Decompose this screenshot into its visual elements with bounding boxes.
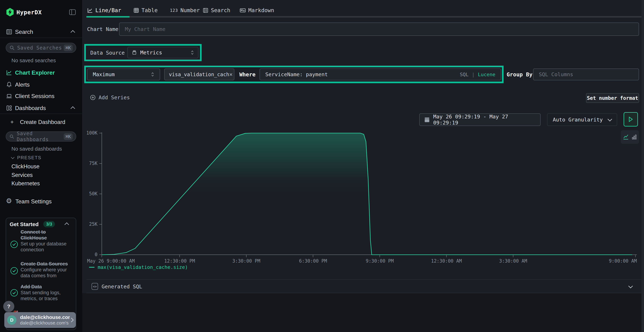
saved-dashboards-placeholder: Saved Dashboards: [17, 130, 64, 142]
create-dashboard-button[interactable]: + Create Dashboard: [10, 119, 65, 126]
select-arrows-icon: [190, 50, 194, 55]
tab-table[interactable]: Table: [133, 7, 158, 14]
sql-mode-toggle[interactable]: SQL: [460, 72, 468, 77]
user-subtitle: dale@clickhouse.com's: [20, 320, 70, 326]
tab-search[interactable]: Search: [203, 7, 230, 14]
get-started-collapse-icon[interactable]: [64, 222, 69, 227]
search-section-collapse-icon[interactable]: [70, 30, 75, 34]
chart-name-placeholder: My Chart Name: [125, 26, 166, 32]
table-icon: [133, 8, 139, 13]
legend-swatch: [89, 267, 94, 268]
help-button[interactable]: ?: [3, 301, 14, 312]
laptop-icon: [6, 93, 12, 100]
chart-name-input[interactable]: My Chart Name: [119, 22, 639, 36]
search-icon: [9, 45, 15, 50]
bell-icon: [6, 81, 12, 88]
main-content: Line/Bar Table 123 Number Search Markdow…: [82, 0, 644, 332]
divider: [86, 279, 644, 280]
line-chart-icon: [6, 70, 12, 76]
sidebar-collapse-icon[interactable]: [69, 9, 76, 16]
presets-toggle[interactable]: PRESETS: [12, 155, 41, 160]
data-source-label: Data Source: [90, 50, 125, 56]
select-arrows-icon: [151, 72, 154, 77]
sidebar-item-clickhouse[interactable]: ClickHouse: [12, 163, 40, 170]
date-range-input[interactable]: May 26 09:29:19 - May 27 09:29:19: [419, 114, 540, 126]
number-123-icon: 123: [170, 8, 178, 13]
series-area-fill: [102, 133, 632, 255]
calendar-icon: [424, 117, 430, 122]
granularity-select[interactable]: Auto Granularity: [547, 114, 617, 126]
get-started-item-subtitle: Configure where your data comes from: [20, 267, 72, 279]
group-by-placeholder: SQL Columns: [539, 71, 573, 78]
saved-dashboards-input[interactable]: Saved Dashboards ⌘K: [6, 132, 76, 142]
plus-circle-icon: [90, 95, 96, 100]
aggregation-select[interactable]: Maximum: [87, 68, 160, 80]
no-saved-searches-text: No saved searches: [12, 58, 56, 64]
set-number-format-button[interactable]: Set number format: [586, 93, 639, 103]
get-started-progress-badge: 3/3: [43, 221, 55, 227]
chart-legend[interactable]: max(visa_validation_cache.size): [89, 264, 188, 270]
get-started-item-subtitle: Set up your database connection: [20, 241, 72, 253]
group-by-input[interactable]: SQL Columns: [533, 68, 639, 80]
chevron-right-icon: [69, 318, 74, 322]
user-menu[interactable]: D dale@clickhouse.com dale@clickhouse.co…: [4, 312, 76, 328]
lucene-mode-toggle[interactable]: Lucene: [478, 72, 495, 77]
data-source-select[interactable]: Metrics: [127, 47, 198, 58]
no-saved-dashboards-text: No saved dashboards: [12, 146, 62, 152]
chevron-down-icon: [608, 117, 612, 121]
sidebar-item-team-settings[interactable]: Team Settings: [16, 198, 52, 205]
code-icon: <>: [92, 283, 98, 290]
sidebar-item-kubernetes[interactable]: Kubernetes: [12, 180, 40, 187]
divider: [86, 293, 644, 293]
sidebar-item-services[interactable]: Services: [12, 172, 33, 178]
sidebar-item-search[interactable]: Search: [15, 28, 33, 35]
sidebar-item-alerts[interactable]: Alerts: [15, 82, 30, 88]
tab-markdown[interactable]: Markdown: [240, 7, 274, 14]
sidebar: HyperDX Search Saved Searches ⌘K No save…: [0, 0, 83, 332]
search-icon: [9, 134, 14, 139]
granularity-value: Auto Granularity: [553, 117, 603, 123]
sidebar-divider: [0, 114, 82, 114]
get-started-item-title: Add Data: [20, 284, 72, 290]
legend-label: max(visa_validation_cache.size): [98, 264, 188, 270]
user-email: dale@clickhouse.com: [20, 314, 70, 320]
document-list-icon: [203, 8, 208, 13]
get-started-item-subtitle: Start sending logs, metrics, or traces: [20, 290, 72, 302]
tab-line-bar[interactable]: Line/Bar: [87, 7, 121, 14]
get-started-item[interactable]: Add Data Start sending logs, metrics, or…: [20, 284, 72, 302]
keyboard-shortcut-badge: ⌘K: [64, 44, 73, 51]
remove-metric-icon[interactable]: ×: [229, 71, 232, 78]
generated-sql-label: Generated SQL: [102, 284, 142, 290]
get-started-item[interactable]: Create Data Sources Configure where your…: [20, 261, 72, 279]
gear-icon: ⚙: [6, 198, 12, 204]
add-series-button[interactable]: Add Series: [90, 94, 130, 100]
active-tab-underline: [86, 16, 130, 18]
chart-area[interactable]: 025K50K75K100KMay 26 9:00:00 AM12:30:00 …: [82, 129, 644, 270]
scrollbar[interactable]: [642, 0, 644, 332]
database-icon: [132, 50, 137, 55]
sidebar-item-dashboards[interactable]: Dashboards: [15, 105, 46, 112]
sidebar-item-client-sessions[interactable]: Client Sessions: [15, 93, 54, 100]
aggregation-value: Maximum: [93, 71, 115, 78]
run-query-button[interactable]: [624, 112, 638, 126]
markdown-icon: [240, 8, 246, 13]
keyboard-shortcut-badge: ⌘K: [64, 133, 73, 140]
saved-searches-placeholder: Saved Searches: [17, 45, 62, 51]
generated-sql-expand-icon[interactable]: [628, 284, 633, 288]
get-started-item[interactable]: Connect to ClickHouse Set up your databa…: [20, 229, 72, 253]
dashboards-collapse-icon[interactable]: [70, 106, 75, 111]
metric-tag-label: visa_validation_cach: [169, 72, 229, 78]
get-started-title: Get Started: [10, 221, 39, 227]
metric-tag[interactable]: visa_validation_cach ×: [164, 68, 234, 80]
hyperdx-logo-icon: [6, 8, 14, 17]
tab-number[interactable]: 123 Number: [170, 7, 200, 14]
sidebar-item-chart-explorer[interactable]: Chart Explorer: [15, 70, 55, 76]
where-input[interactable]: ServiceName: payment SQL | Lucene: [260, 68, 501, 80]
check-circle-icon: [10, 289, 18, 297]
mode-separator: |: [472, 72, 474, 77]
dashboards-grid-icon: [6, 105, 12, 112]
sidebar-divider: [0, 38, 82, 38]
help-label: ?: [7, 304, 10, 310]
check-circle-icon: [10, 267, 18, 275]
saved-searches-input[interactable]: Saved Searches ⌘K: [6, 43, 76, 53]
